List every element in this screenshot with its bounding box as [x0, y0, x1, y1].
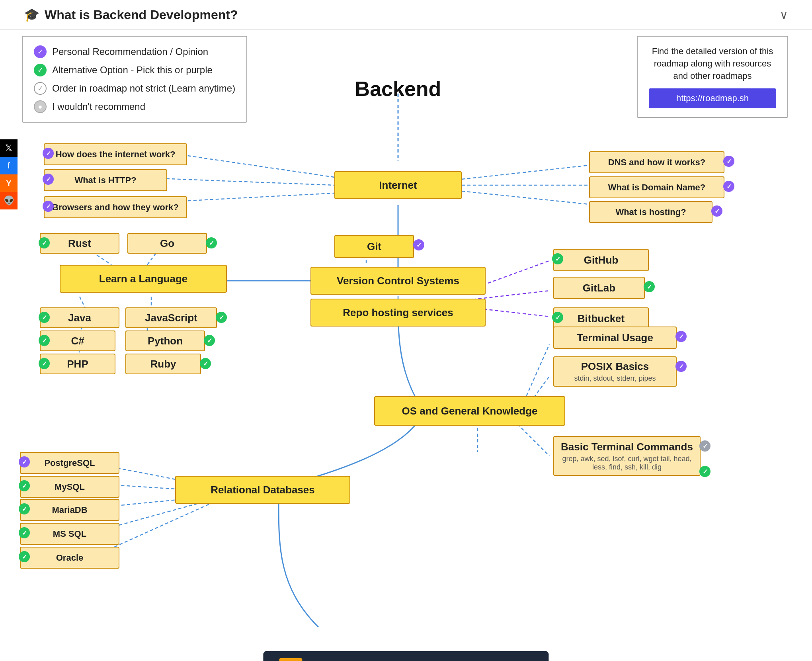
header: 🎓 What is Backend Development? ∨ — [0, 0, 812, 30]
legend-green-icon: ✓ — [34, 64, 47, 76]
posix-subtitle: stdin, stdout, stderr, pipes — [574, 374, 656, 383]
badge-oracle: ✓ — [19, 551, 30, 562]
tip-text: Right-click on a topic to mark it as don… — [307, 659, 477, 661]
badge-python: ✓ — [204, 335, 215, 346]
svg-line-1 — [171, 153, 334, 177]
how-internet-node[interactable]: How does the internet work? — [44, 143, 187, 165]
tip-label: TIP — [279, 658, 302, 661]
basic-terminal-title: Basic Terminal Commands — [561, 441, 693, 453]
header-chevron-icon[interactable]: ∨ — [780, 8, 788, 22]
badge-mysql: ✓ — [19, 480, 30, 491]
legend-purple-icon: ✓ — [34, 45, 47, 58]
badge-bitbucket: ✓ — [552, 312, 563, 323]
header-title: What is Backend Development? — [45, 8, 238, 22]
twitter-button[interactable]: 𝕏 — [0, 139, 18, 157]
badge-hosting: ✓ — [711, 205, 722, 217]
gitlab-node[interactable]: GitLab — [553, 277, 645, 299]
os-knowledge-node[interactable]: OS and General Knowledge — [374, 396, 565, 426]
browsers-node[interactable]: Browsers and how they work? — [44, 196, 187, 218]
what-http-node[interactable]: What is HTTP? — [44, 169, 167, 191]
badge-rust: ✓ — [39, 237, 50, 248]
dns-node[interactable]: DNS and how it works? — [589, 151, 724, 173]
badge-csharp: ✓ — [39, 335, 50, 346]
badge-mssql: ✓ — [19, 527, 30, 538]
mariadb-node[interactable]: MariaDB — [20, 499, 119, 521]
badge-php: ✓ — [39, 358, 50, 369]
legend-purple-label: Personal Recommendation / Opinion — [52, 46, 208, 57]
info-box: Find the detailed version of this roadma… — [637, 36, 788, 118]
github-node[interactable]: GitHub — [553, 249, 649, 271]
java-node[interactable]: Java — [40, 307, 119, 328]
repo-hosting-node[interactable]: Repo hosting services — [310, 299, 486, 327]
mssql-node[interactable]: MS SQL — [20, 523, 119, 545]
legend-item-green: ✓ Alternative Option - Pick this or purp… — [34, 64, 235, 76]
badge-git: ✓ — [413, 239, 424, 250]
badge-http: ✓ — [43, 174, 54, 185]
badge-go: ✓ — [206, 237, 217, 248]
tip-link[interactable]: Learn more. — [481, 659, 533, 661]
badge-basic-terminal: ✓ — [699, 440, 710, 452]
main-canvas: Backend Internet How does the internet w… — [0, 70, 812, 661]
svg-line-6 — [462, 191, 589, 204]
badge-posix: ✓ — [675, 361, 687, 372]
legend-item-gray-filled: ● I wouldn't recommend — [34, 100, 235, 113]
svg-line-22 — [517, 424, 549, 456]
tip-bar: TIP Right-click on a topic to mark it as… — [263, 651, 548, 661]
basic-terminal-node[interactable]: Basic Terminal Commands grep, awk, sed, … — [553, 436, 701, 476]
domain-name-node[interactable]: What is Domain Name? — [589, 176, 724, 198]
mysql-node[interactable]: MySQL — [20, 476, 119, 498]
header-icon: 🎓 — [24, 7, 40, 22]
legend-gray-filled-icon: ● — [34, 100, 47, 113]
roadmap-link[interactable]: https://roadmap.sh — [649, 88, 776, 108]
vcs-node[interactable]: Version Control Systems — [310, 267, 486, 295]
header-title-group: 🎓 What is Backend Development? — [24, 7, 238, 22]
badge-dns: ✓ — [723, 156, 734, 167]
hosting-node[interactable]: What is hosting? — [589, 201, 712, 223]
oracle-node[interactable]: Oracle — [20, 547, 119, 569]
badge-javascript: ✓ — [216, 312, 227, 323]
info-box-text: Find the detailed version of this roadma… — [649, 45, 776, 82]
legend-item-purple: ✓ Personal Recommendation / Opinion — [34, 45, 235, 58]
badge-mariadb: ✓ — [19, 503, 30, 514]
hn-button[interactable]: Y — [0, 174, 18, 192]
badge-gitlab: ✓ — [644, 281, 655, 292]
legend-green-label: Alternative Option - Pick this or purple — [52, 65, 213, 76]
badge-how-internet: ✓ — [43, 148, 54, 159]
php-node[interactable]: PHP — [40, 354, 115, 374]
basic-terminal-subtitle: grep, awk, sed, lsof, curl, wget tail, h… — [560, 455, 693, 471]
facebook-button[interactable]: f — [0, 157, 18, 174]
csharp-node[interactable]: C# — [40, 330, 115, 351]
badge-postgresql: ✓ — [19, 456, 30, 467]
ruby-node[interactable]: Ruby — [125, 354, 201, 374]
terminal-usage-node[interactable]: Terminal Usage — [553, 327, 677, 349]
badge-github: ✓ — [552, 253, 563, 264]
go-node[interactable]: Go — [127, 233, 207, 254]
social-sidebar: 𝕏 f Y 👽 — [0, 139, 18, 209]
backend-title: Backend — [326, 74, 470, 104]
legend-gray-filled-label: I wouldn't recommend — [52, 101, 145, 112]
svg-line-4 — [462, 165, 589, 179]
badge-basic-terminal2: ✓ — [699, 466, 710, 477]
posix-title: POSIX Basics — [581, 360, 649, 373]
javascript-node[interactable]: JavaScript — [125, 307, 217, 328]
python-node[interactable]: Python — [125, 330, 205, 351]
badge-browsers: ✓ — [43, 201, 54, 212]
posix-node[interactable]: POSIX Basics stdin, stdout, stderr, pipe… — [553, 356, 677, 387]
relational-db-node[interactable]: Relational Databases — [175, 476, 350, 504]
git-node[interactable]: Git — [334, 235, 414, 258]
postgresql-node[interactable]: PostgreSQL — [20, 452, 119, 474]
badge-ruby: ✓ — [200, 358, 211, 369]
badge-terminal: ✓ — [675, 331, 687, 342]
badge-domain: ✓ — [723, 181, 734, 192]
legend-gray-outline-icon: ✓ — [34, 82, 47, 95]
rust-node[interactable]: Rust — [40, 233, 119, 254]
legend-gray-outline-label: Order in roadmap not strict (Learn anyti… — [52, 83, 235, 94]
internet-node[interactable]: Internet — [334, 171, 462, 199]
legend: ✓ Personal Recommendation / Opinion ✓ Al… — [22, 36, 247, 123]
learn-language-node[interactable]: Learn a Language — [60, 265, 227, 293]
badge-java: ✓ — [39, 312, 50, 323]
reddit-button[interactable]: 👽 — [0, 192, 18, 209]
legend-item-gray-outline: ✓ Order in roadmap not strict (Learn any… — [34, 82, 235, 95]
